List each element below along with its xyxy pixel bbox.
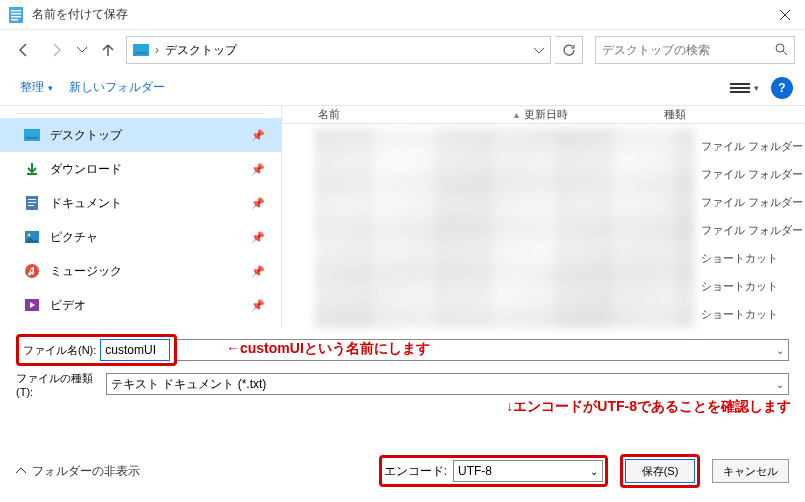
sidebar-item-desktop[interactable]: デスクトップ 📌 [0, 118, 281, 152]
view-caret-icon[interactable]: ▾ [754, 83, 759, 93]
cancel-button[interactable]: キャンセル [712, 459, 789, 483]
type-cell: ショートカット [701, 272, 805, 300]
sidebar: デスクトップ 📌 ダウンロード 📌 ドキュメント 📌 ピクチャ 📌 ミュージック… [0, 106, 282, 328]
svg-rect-1 [11, 10, 21, 12]
header-date[interactable]: 更新日時 [524, 107, 664, 122]
pin-icon: 📌 [251, 163, 265, 176]
address-bar[interactable]: › デスクトップ [126, 36, 551, 64]
pin-icon: 📌 [251, 299, 265, 312]
address-dropdown-icon[interactable] [534, 43, 544, 57]
type-cell: ファイル フォルダー [701, 188, 805, 216]
back-button[interactable] [10, 36, 38, 64]
title-bar: 名前を付けて保存 [0, 0, 805, 30]
svg-rect-14 [28, 205, 34, 206]
sidebar-item-pictures[interactable]: ピクチャ 📌 [0, 220, 281, 254]
save-highlight: 保存(S) [620, 454, 700, 488]
desktop-icon [133, 42, 149, 58]
file-list-blurred [314, 128, 695, 328]
svg-point-17 [25, 264, 39, 278]
svg-rect-3 [11, 16, 21, 18]
search-input[interactable] [602, 43, 774, 57]
video-icon [24, 297, 40, 313]
hide-folders-toggle[interactable]: フォルダーの非表示 [16, 463, 140, 480]
svg-point-16 [28, 234, 31, 237]
svg-rect-6 [135, 52, 147, 54]
svg-rect-8 [24, 129, 40, 141]
sidebar-item-documents[interactable]: ドキュメント 📌 [0, 186, 281, 220]
type-cell: ショートカット [701, 244, 805, 272]
pin-icon: 📌 [251, 265, 265, 278]
filename-highlight: ファイル名(N): [16, 334, 177, 366]
organize-menu[interactable]: 整理▾ [12, 75, 61, 100]
app-icon [8, 7, 24, 23]
search-box[interactable] [595, 36, 795, 64]
view-menu[interactable] [730, 78, 750, 98]
desktop-icon [24, 127, 40, 143]
svg-rect-4 [11, 19, 18, 21]
filetype-label: ファイルの種類(T): [16, 371, 106, 398]
type-cell: ショートカット [701, 300, 805, 328]
save-button[interactable]: 保存(S) [625, 459, 695, 483]
pin-icon: 📌 [251, 129, 265, 142]
svg-rect-5 [133, 44, 149, 56]
svg-rect-12 [28, 199, 36, 200]
up-button[interactable] [94, 36, 122, 64]
header-type[interactable]: 種類 [664, 107, 805, 122]
encode-highlight: エンコード: UTF-8 ⌄ [379, 455, 608, 487]
window-title: 名前を付けて保存 [32, 6, 765, 23]
pictures-icon [24, 229, 40, 245]
pin-icon: 📌 [251, 231, 265, 244]
help-button[interactable]: ? [771, 77, 793, 99]
sidebar-item-music[interactable]: ミュージック 📌 [0, 254, 281, 288]
close-button[interactable] [765, 0, 805, 30]
file-list-area: 名前 ▲ 更新日時 種類 ファイル フォルダー ファイル フォルダー ファイル … [282, 106, 805, 328]
encode-label: エンコード: [384, 463, 447, 480]
type-column: ファイル フォルダー ファイル フォルダー ファイル フォルダー ファイル フォ… [695, 124, 805, 328]
svg-point-7 [776, 44, 784, 52]
svg-rect-2 [11, 13, 21, 15]
sidebar-item-videos[interactable]: ビデオ 📌 [0, 288, 281, 322]
sidebar-item-downloads[interactable]: ダウンロード 📌 [0, 152, 281, 186]
annotation-filename: ←customUIという名前にします [226, 340, 430, 358]
forward-button[interactable] [42, 36, 70, 64]
sort-indicator-icon: ▲ [512, 110, 524, 120]
type-cell: ファイル フォルダー [701, 160, 805, 188]
encode-select[interactable]: UTF-8 ⌄ [453, 460, 603, 482]
toolbar: 整理▾ 新しいフォルダー ▾ ? [0, 70, 805, 106]
nav-bar: › デスクトップ [0, 30, 805, 70]
header-name[interactable]: 名前 [282, 107, 512, 122]
filename-dropdown-icon[interactable]: ⌄ [776, 345, 784, 356]
filename-label: ファイル名(N): [23, 343, 100, 358]
breadcrumb[interactable]: デスクトップ [165, 42, 237, 59]
recent-dropdown[interactable] [74, 36, 90, 64]
search-icon [774, 42, 788, 59]
svg-rect-13 [28, 202, 36, 203]
chevron-up-icon [16, 468, 26, 474]
document-icon [24, 195, 40, 211]
pin-icon: 📌 [251, 197, 265, 210]
filetype-select[interactable]: テキスト ドキュメント (*.txt) ⌄ [106, 373, 789, 395]
type-cell: ファイル フォルダー [701, 216, 805, 244]
new-folder-button[interactable]: 新しいフォルダー [61, 75, 173, 100]
download-icon [24, 161, 40, 177]
chevron-down-icon: ⌄ [590, 466, 598, 477]
svg-rect-9 [26, 137, 38, 139]
svg-rect-0 [9, 7, 23, 23]
chevron-down-icon: ⌄ [776, 379, 784, 390]
column-headers: 名前 ▲ 更新日時 種類 [282, 106, 805, 124]
svg-rect-10 [27, 173, 37, 175]
type-cell: ファイル フォルダー [701, 132, 805, 160]
refresh-button[interactable] [555, 36, 583, 64]
annotation-encode: ↓エンコードがUTF-8であることを確認します [506, 398, 791, 416]
music-icon [24, 263, 40, 279]
chevron-right-icon: › [155, 43, 159, 57]
